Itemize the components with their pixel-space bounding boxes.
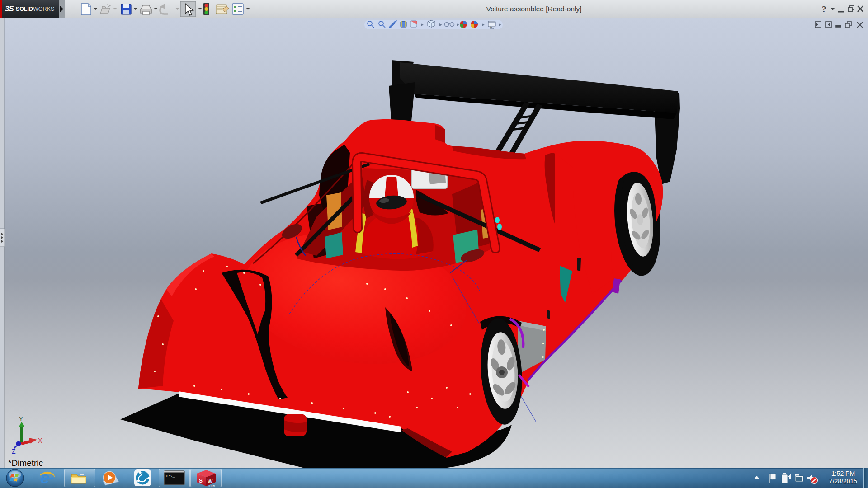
svg-text:C:\_: C:\_ xyxy=(166,474,175,478)
svg-text:X: X xyxy=(38,437,42,444)
svg-text:Y: Y xyxy=(19,415,23,422)
svg-text:Z: Z xyxy=(12,448,16,455)
svg-text:e: e xyxy=(40,469,50,487)
svg-text:2015: 2015 xyxy=(208,484,215,488)
svg-text:?: ? xyxy=(822,5,826,14)
svg-text:S: S xyxy=(199,478,203,484)
svg-text:*Dimetric: *Dimetric xyxy=(8,458,43,468)
